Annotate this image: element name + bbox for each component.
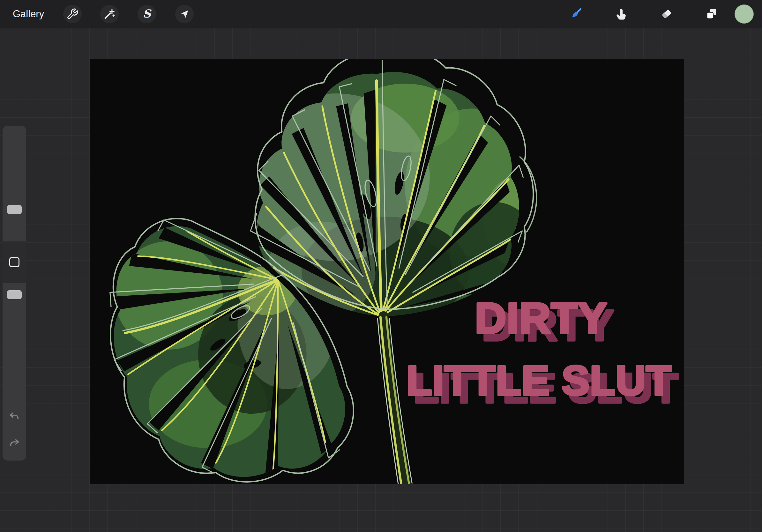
monstera-artwork: DIRTY LITTLE SLUT DIRTY LITTLE SLUT (90, 59, 684, 484)
brush-button[interactable] (567, 5, 585, 23)
wrench-icon (66, 8, 79, 20)
redo-icon (9, 437, 20, 449)
actions-button[interactable] (63, 5, 82, 23)
color-swatch (734, 4, 754, 24)
magic-wand-icon (104, 8, 115, 20)
modify-square-icon (9, 257, 20, 267)
transform-arrow-icon (178, 8, 190, 20)
title-line2: LITTLE SLUT (407, 358, 672, 403)
selection-button[interactable]: S (137, 5, 156, 23)
title-text: DIRTY LITTLE SLUT DIRTY LITTLE SLUT (407, 294, 679, 411)
eraser-icon (660, 7, 673, 21)
artwork-canvas[interactable]: DIRTY LITTLE SLUT DIRTY LITTLE SLUT (90, 59, 684, 484)
eraser-button[interactable] (657, 5, 676, 23)
gallery-button[interactable]: Gallery (13, 0, 44, 28)
opacity-slider[interactable] (3, 283, 26, 398)
brush-size-handle[interactable] (7, 205, 22, 214)
paintbrush-icon (569, 7, 583, 21)
procreate-screen: Gallery S (0, 0, 762, 532)
adjustments-button[interactable] (100, 5, 119, 23)
top-toolbar: Gallery S (0, 0, 762, 28)
transform-button[interactable] (175, 5, 194, 23)
workspace-background: DIRTY LITTLE SLUT DIRTY LITTLE SLUT (0, 28, 762, 532)
opacity-handle[interactable] (7, 290, 22, 299)
redo-button[interactable] (8, 436, 21, 449)
undo-icon (9, 411, 20, 422)
color-button[interactable] (734, 4, 754, 24)
undo-button[interactable] (8, 410, 21, 423)
sidebar (3, 126, 26, 461)
smudge-button[interactable] (612, 5, 631, 23)
layers-icon (705, 7, 718, 21)
layers-button[interactable] (702, 5, 721, 23)
brush-size-slider[interactable] (3, 126, 26, 241)
big-monstera-leaf (243, 72, 545, 325)
svg-text:S: S (143, 8, 152, 20)
title-line1: DIRTY (475, 294, 608, 342)
selection-s-icon: S (141, 8, 153, 20)
modify-button[interactable] (8, 256, 21, 269)
smudge-finger-icon (615, 7, 628, 21)
